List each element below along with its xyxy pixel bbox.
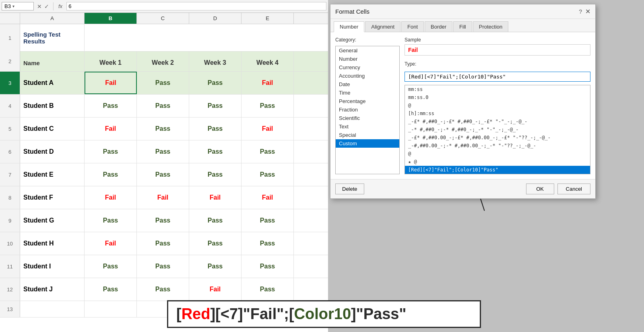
list-item[interactable]: Student D <box>20 140 85 163</box>
list-item[interactable]: Fail <box>242 118 294 140</box>
list-item[interactable]: Pass <box>242 140 294 163</box>
list-item[interactable]: Student F <box>20 186 85 209</box>
format-item[interactable]: [Red][<7]"Fail";[Color10]"Pass" <box>405 166 590 174</box>
list-item[interactable] <box>20 301 85 317</box>
list-item[interactable]: Pass <box>137 209 189 232</box>
confirm-icon[interactable]: ✓ <box>44 3 49 10</box>
list-item[interactable]: Fail <box>85 186 137 209</box>
category-item-custom[interactable]: Custom <box>336 139 399 148</box>
tab-font[interactable]: Font <box>401 21 424 32</box>
list-item[interactable]: Pass <box>189 95 242 117</box>
list-item[interactable]: Pass <box>137 163 189 186</box>
tab-border[interactable]: Border <box>425 21 452 32</box>
list-item[interactable]: Fail <box>242 72 294 94</box>
list-item[interactable]: Pass <box>242 255 294 278</box>
category-item-currency[interactable]: Currency <box>336 63 399 72</box>
cell-ref-dropdown-icon[interactable]: ▾ <box>12 4 14 8</box>
list-item[interactable]: Pass <box>242 95 294 117</box>
list-item[interactable]: Student I <box>20 255 85 278</box>
list-item[interactable]: Fail <box>85 232 137 255</box>
list-item[interactable]: Pass <box>189 118 242 140</box>
list-item[interactable]: Student G <box>20 209 85 232</box>
list-item[interactable]: Pass <box>85 209 137 232</box>
tab-alignment[interactable]: Alignment <box>365 21 400 32</box>
list-item[interactable]: Student B <box>20 95 85 117</box>
format-item[interactable]: @ <box>405 150 590 158</box>
format-item[interactable]: _-#,##0.00_-;-* #,##0.00_-;_-* "-"??_-;_… <box>405 142 590 150</box>
format-item[interactable]: mm:ss.0 <box>405 93 590 101</box>
col-header-b[interactable]: B <box>85 13 137 24</box>
list-item[interactable]: Pass <box>242 232 294 255</box>
col-header-d[interactable]: D <box>189 13 242 24</box>
tab-fill[interactable]: Fill <box>453 21 472 32</box>
list-item[interactable]: Fail <box>85 118 137 140</box>
format-item[interactable]: @ <box>405 101 590 109</box>
col-header-c[interactable]: C <box>137 13 189 24</box>
list-item[interactable]: Fail <box>85 72 137 94</box>
list-item[interactable]: Pass <box>189 209 242 232</box>
category-item-text[interactable]: Text <box>336 122 399 131</box>
list-item[interactable]: Pass <box>242 278 294 301</box>
category-item-special[interactable]: Special <box>336 131 399 139</box>
list-item[interactable]: Pass <box>137 140 189 163</box>
list-item[interactable]: Pass <box>189 232 242 255</box>
category-item-percentage[interactable]: Percentage <box>336 97 399 105</box>
list-item[interactable]: Pass <box>189 72 242 94</box>
list-item[interactable]: Pass <box>137 72 189 94</box>
cancel-icon[interactable]: ✕ <box>37 3 42 10</box>
category-item-number[interactable]: Number <box>336 55 399 63</box>
category-item-general[interactable]: General <box>336 46 399 55</box>
category-item-fraction[interactable]: Fraction <box>336 105 399 114</box>
list-item[interactable]: Student C <box>20 118 85 140</box>
list-item[interactable]: Pass <box>242 209 294 232</box>
help-button[interactable]: ? <box>579 8 582 15</box>
list-item[interactable]: Student E <box>20 163 85 186</box>
tab-number[interactable]: Number <box>334 21 364 32</box>
ok-button[interactable]: OK <box>526 184 554 194</box>
list-item[interactable]: Pass <box>137 278 189 301</box>
list-item[interactable]: Pass <box>85 163 137 186</box>
category-list[interactable]: GeneralNumberCurrencyAccountingDateTimeP… <box>335 46 400 174</box>
formula-input[interactable] <box>66 2 326 10</box>
list-item[interactable]: Pass <box>137 95 189 117</box>
format-item[interactable]: mm:ss <box>405 85 590 93</box>
list-item[interactable]: Student J <box>20 278 85 301</box>
list-item[interactable]: Pass <box>189 163 242 186</box>
list-item[interactable]: Fail <box>189 186 242 209</box>
list-item[interactable]: Pass <box>137 232 189 255</box>
list-item[interactable] <box>85 301 137 317</box>
format-list[interactable]: mm:ssmm:ss.0@[h]:mm:ss_-£* #,##0_-;-£* #… <box>405 85 590 174</box>
list-item[interactable]: Fail <box>242 186 294 209</box>
list-item[interactable]: Pass <box>85 95 137 117</box>
list-item[interactable]: Pass <box>85 255 137 278</box>
close-button[interactable]: ✕ <box>585 8 590 15</box>
list-item[interactable]: Fail <box>137 186 189 209</box>
category-item-accounting[interactable]: Accounting <box>336 72 399 80</box>
list-item[interactable]: Pass <box>242 163 294 186</box>
list-item[interactable]: Pass <box>189 140 242 163</box>
type-input[interactable] <box>405 72 590 82</box>
format-item[interactable]: [h]:mm:ss <box>405 109 590 118</box>
cancel-button[interactable]: Cancel <box>557 184 590 194</box>
list-item[interactable]: Pass <box>189 255 242 278</box>
list-item[interactable]: Fail <box>189 278 242 301</box>
list-item[interactable]: Student A <box>20 72 85 94</box>
tab-protection[interactable]: Protection <box>473 21 509 32</box>
list-item[interactable]: Pass <box>137 118 189 140</box>
sample-section: Sample Fail <box>405 37 590 56</box>
format-item[interactable]: _-£* #,##0.00_-;-£* #,##0.00_-;_-£* "-"?… <box>405 134 590 142</box>
list-item[interactable]: Pass <box>137 255 189 278</box>
cell-reference-box[interactable]: B3 ▾ <box>2 2 34 10</box>
list-item[interactable]: Pass <box>85 140 137 163</box>
category-item-date[interactable]: Date <box>336 80 399 89</box>
col-header-a[interactable]: A <box>20 13 85 24</box>
format-item[interactable]: _-£* #,##0_-;-£* #,##0_-;_-£* "-"_-;_-@_… <box>405 118 590 126</box>
list-item[interactable]: Student H <box>20 232 85 255</box>
format-item[interactable]: ★ @ <box>405 158 590 166</box>
list-item[interactable]: Pass <box>85 278 137 301</box>
category-item-time[interactable]: Time <box>336 89 399 97</box>
format-item[interactable]: _-* #,##0_-;-* #,##0_-;_-* "-"_-;_-@_- <box>405 126 590 134</box>
category-item-scientific[interactable]: Scientific <box>336 114 399 122</box>
col-header-e[interactable]: E <box>242 13 294 24</box>
delete-button[interactable]: Delete <box>335 184 364 194</box>
